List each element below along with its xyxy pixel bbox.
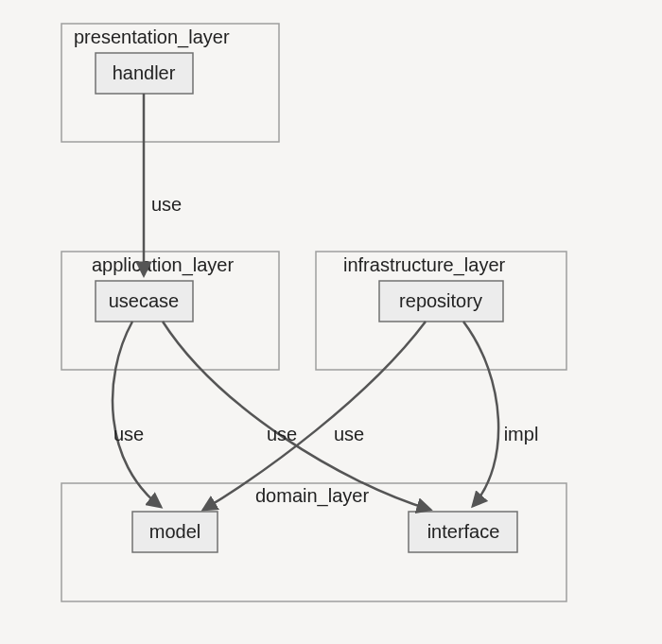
node-model: model [132,512,218,552]
node-repository-label: repository [399,290,482,311]
edge-usecase-interface-label: use [267,424,297,444]
architecture-diagram: presentation_layer handler application_l… [0,0,662,644]
node-model-label: model [149,521,200,542]
layer-domain-title: domain_layer [255,485,369,507]
layer-infrastructure-title: infrastructure_layer [343,254,506,276]
node-interface-label: interface [427,521,500,542]
edge-handler-usecase-label: use [151,194,182,215]
edge-usecase-model-label: use [113,424,144,444]
node-handler: handler [96,53,193,94]
layer-application: application_layer usecase [61,252,279,370]
node-handler-label: handler [113,62,176,83]
layer-presentation-title: presentation_layer [74,26,230,48]
node-usecase: usecase [96,281,193,322]
node-interface: interface [409,512,517,552]
edge-repository-interface-label: impl [504,424,539,444]
node-repository: repository [379,281,503,322]
node-usecase-label: usecase [109,290,180,311]
layer-domain: domain_layer model interface [61,483,566,601]
layer-presentation: presentation_layer handler [61,24,279,142]
edge-repository-model-label: use [334,424,364,444]
layer-infrastructure: infrastructure_layer repository [316,252,566,370]
layer-application-title: application_layer [92,254,234,276]
